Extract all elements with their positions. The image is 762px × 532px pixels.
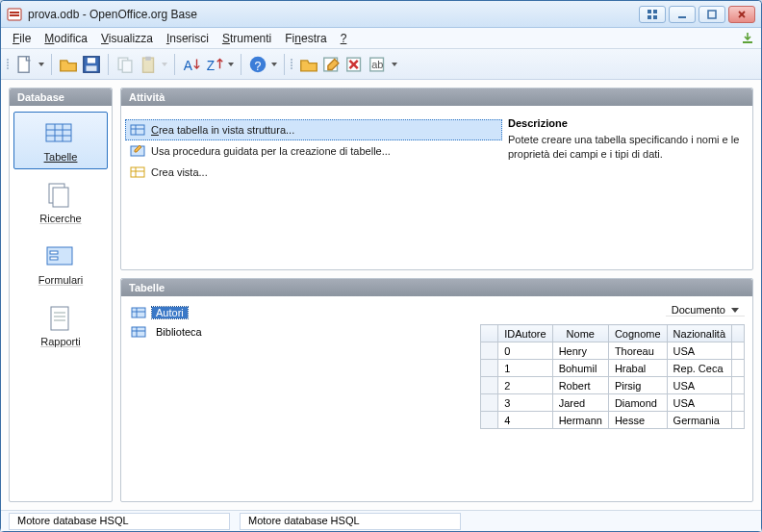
table-row[interactable]: 1BohumilHrabalRep. Ceca [481,360,745,377]
table-cell[interactable]: USA [667,394,731,412]
table-cell[interactable]: Robert [552,377,608,394]
svg-rect-45 [51,307,68,330]
query-icon [43,180,78,211]
row-header[interactable] [481,360,498,377]
col-header[interactable]: Nome [552,325,608,342]
table-cell[interactable]: Jared [552,394,608,412]
sort-asc-icon[interactable]: A [181,54,202,75]
save-icon[interactable] [81,54,102,75]
delete-icon[interactable] [344,54,366,75]
table-cell[interactable]: 2 [498,377,552,394]
table-cell[interactable]: Hesse [608,412,667,429]
col-header[interactable]: IDAutore [498,325,552,342]
svg-marker-62 [731,308,739,313]
close-button[interactable] [728,6,755,23]
svg-rect-16 [87,65,97,71]
col-header-spacer [732,325,745,342]
menu-finestra[interactable]: Finestra [279,30,332,47]
svg-rect-2 [10,14,19,16]
table-design-icon [130,122,145,138]
table-cell[interactable]: Germania [667,412,731,429]
table-cell[interactable]: USA [667,342,731,360]
table-cell[interactable]: USA [667,377,731,394]
task-list: Crea tabella in vista struttura... Usa p… [121,114,502,269]
svg-rect-5 [648,15,651,19]
rename-icon[interactable]: ab [368,54,389,75]
sidebar: Database Tabelle Ricerche Formulari Rapp… [9,88,113,502]
col-header[interactable]: Cognome [608,325,667,342]
svg-rect-12 [18,56,29,72]
table-node-label: Autori [152,307,188,318]
maximize-button[interactable] [698,6,725,23]
sidebar-item-ricerche[interactable]: Ricerche [13,173,108,231]
copy-icon[interactable] [114,54,136,75]
edit-icon[interactable] [321,54,343,75]
menu-modifica[interactable]: Modifica [38,30,93,47]
svg-text:?: ? [255,59,262,72]
sidebar-item-formulari[interactable]: Formulari [13,235,108,292]
task-create-table-wizard[interactable]: Usa procedura guidata per la creazione d… [125,140,502,162]
row-header[interactable] [481,412,498,429]
menu-inserisci[interactable]: Inserisci [161,30,215,47]
menu-file[interactable]: File [7,30,37,47]
table-row[interactable]: 0HenryThoreauUSA [481,342,745,360]
new-dropdown-icon[interactable] [38,63,45,66]
table-cell[interactable]: 1 [498,360,552,377]
menu-help[interactable]: ? [335,30,353,47]
menu-visualizza[interactable]: Visualizza [95,30,159,47]
status-left: Motore database HSQL [9,513,230,530]
table-cell[interactable]: 4 [498,412,552,429]
task-create-table-design[interactable]: Crea tabella in vista struttura... [125,119,502,140]
body-area: Database Tabelle Ricerche Formulari Rapp… [1,80,761,510]
paste-icon[interactable] [138,54,159,75]
table-cell[interactable]: Hrabal [608,360,667,377]
svg-rect-35 [46,124,71,141]
svg-text:ab: ab [371,59,383,70]
table-cell[interactable]: Thoreau [608,342,667,360]
sidebar-item-rapporti[interactable]: Rapporti [13,296,108,354]
download-icon[interactable] [740,31,755,46]
open-icon[interactable] [58,54,79,75]
grid-button[interactable] [639,6,666,23]
table-cell[interactable]: Bohumil [552,360,608,377]
table-cell[interactable]: Diamond [608,394,667,412]
table-node-autori[interactable]: Autori [129,304,389,321]
table-corner[interactable] [481,325,498,342]
help-dropdown-icon[interactable] [270,63,278,66]
table-cell[interactable]: Hermann [552,412,608,429]
table-node-biblioteca[interactable]: Biblioteca [129,323,389,341]
table-cell[interactable]: Pirsig [608,377,667,394]
paste-dropdown-icon[interactable] [161,63,168,66]
toolbar-overflow-icon[interactable] [391,63,398,66]
new-icon[interactable] [14,54,36,75]
table-row[interactable]: 3JaredDiamondUSA [481,394,745,412]
menu-strumenti[interactable]: Strumenti [216,30,277,47]
row-header[interactable] [481,394,498,412]
table-cell[interactable]: Henry [552,342,608,360]
sidebar-item-tabelle[interactable]: Tabelle [13,112,108,169]
cell-spacer [732,360,745,377]
table-cell[interactable]: Rep. Ceca [667,360,731,377]
sort-dropdown-icon[interactable] [227,63,235,66]
app-window: prova.odb - OpenOffice.org Base File Mod… [0,0,762,532]
toolbar-grip-2 [291,59,292,69]
svg-rect-20 [145,56,151,60]
preview-mode-dropdown[interactable]: Documento [666,304,745,317]
task-label: Usa procedura guidata per la creazione d… [151,145,391,157]
svg-text:A: A [184,58,193,72]
table-cell[interactable]: 3 [498,394,552,412]
table-row[interactable]: 2RobertPirsigUSA [481,377,745,394]
svg-rect-44 [50,257,58,260]
minimize-button[interactable] [669,6,696,23]
svg-marker-34 [392,63,397,66]
row-header[interactable] [481,377,498,394]
table-row[interactable]: 4HermannHesseGermania [481,412,745,429]
folder-icon[interactable] [298,54,319,75]
table-cell[interactable]: 0 [498,342,552,360]
col-header[interactable]: Nazionalità [667,325,731,342]
task-create-view[interactable]: Crea vista... [125,162,502,183]
task-label: Crea vista... [151,166,208,178]
help-icon[interactable]: ? [247,54,268,75]
row-header[interactable] [481,342,498,360]
sort-desc-icon[interactable]: Z [204,54,225,75]
